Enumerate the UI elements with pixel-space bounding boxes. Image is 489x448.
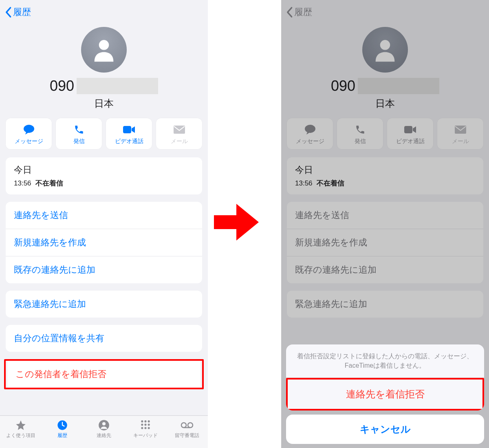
voicemail-icon <box>181 421 194 429</box>
avatar <box>362 27 408 73</box>
mail-button: メール <box>437 118 483 149</box>
action-row: メッセージ 発信 ビデオ通話 メール <box>281 118 489 149</box>
add-existing-row[interactable]: 既存の連絡先に追加 <box>6 256 202 283</box>
emergency-row[interactable]: 緊急連絡先に追加 <box>6 291 202 318</box>
mail-label: メール <box>437 138 483 145</box>
svg-point-0 <box>99 40 109 50</box>
message-label: メッセージ <box>287 138 333 145</box>
emergency-row: 緊急連絡先に追加 <box>287 291 483 318</box>
call-log-card: 今日 13:56 不在着信 <box>287 157 483 194</box>
tab-contacts-label: 連絡先 <box>83 432 125 439</box>
action-sheet-card: 着信拒否設定リストに登録した人からの電話、メッセージ、FaceTimeは着信しま… <box>286 344 484 410</box>
mail-label: メール <box>156 138 202 145</box>
clock-icon <box>57 419 68 431</box>
svg-point-7 <box>141 420 143 422</box>
avatar <box>81 27 127 73</box>
block-caller-row[interactable]: この発信者を着信拒否 <box>7 361 200 388</box>
tab-keypad[interactable]: キーパッド <box>125 419 166 439</box>
phone-screen-right: 履歴 090 日本 メッセージ 発信 ビデオ通話 <box>281 0 489 448</box>
share-contact-row[interactable]: 連絡先を送信 <box>6 202 202 229</box>
log-time: 13:56 <box>295 179 313 187</box>
call-label: 発信 <box>337 138 383 145</box>
call-button[interactable]: 発信 <box>56 118 102 149</box>
create-contact-row: 新規連絡先を作成 <box>287 229 483 256</box>
person-icon <box>90 35 118 64</box>
call-label: 発信 <box>56 138 102 145</box>
person-circle-icon <box>98 419 110 431</box>
tab-voicemail-label: 留守番電話 <box>166 432 208 439</box>
share-location-row[interactable]: 自分の位置情報を共有 <box>6 325 202 352</box>
create-contact-row[interactable]: 新規連絡先を作成 <box>6 229 202 256</box>
country-label: 日本 <box>281 97 489 110</box>
call-button: 発信 <box>337 118 383 149</box>
svg-rect-2 <box>123 126 131 133</box>
block-contact-action[interactable]: 連絡先を着信拒否 <box>288 380 482 409</box>
message-icon <box>304 124 316 135</box>
phone-icon <box>74 124 84 135</box>
tab-recents-label: 履歴 <box>42 432 83 439</box>
svg-point-17 <box>188 423 193 428</box>
contact-header: 090 日本 <box>281 24 489 110</box>
video-button[interactable]: ビデオ通話 <box>106 118 152 149</box>
nav-header: 履歴 <box>281 0 489 24</box>
back-button[interactable]: 履歴 <box>4 6 31 18</box>
svg-rect-3 <box>174 126 185 134</box>
back-label: 履歴 <box>13 6 31 18</box>
phone-screen-left: 履歴 090 日本 メッセージ 発信 ビデオ通話 <box>0 0 208 448</box>
svg-rect-21 <box>404 126 412 133</box>
phone-number-redacted <box>77 78 158 94</box>
svg-point-11 <box>144 424 146 426</box>
message-label: メッセージ <box>6 138 52 145</box>
chevron-left-icon <box>4 7 12 18</box>
video-label: ビデオ通話 <box>387 138 433 145</box>
highlight-box-left: この発信者を着信拒否 <box>4 359 204 389</box>
message-icon <box>23 124 35 135</box>
svg-point-10 <box>141 424 143 426</box>
nav-header: 履歴 <box>0 0 208 24</box>
contact-options-card: 連絡先を送信 新規連絡先を作成 既存の連絡先に追加 <box>6 202 202 283</box>
arrow-icon <box>212 200 261 245</box>
country-label: 日本 <box>0 97 208 110</box>
log-time: 13:56 <box>14 179 31 187</box>
message-button[interactable]: メッセージ <box>6 118 52 149</box>
add-existing-row: 既存の連絡先に追加 <box>287 256 483 283</box>
tab-bar: よく使う項目 履歴 連絡先 キーパッド 留守番電話 <box>0 415 208 448</box>
svg-point-9 <box>148 420 150 422</box>
tab-favorites[interactable]: よく使う項目 <box>0 419 42 439</box>
tab-voicemail[interactable]: 留守番電話 <box>166 419 208 439</box>
phone-icon <box>355 124 366 135</box>
keypad-icon <box>140 419 151 431</box>
sheet-message: 着信拒否設定リストに登録した人からの電話、メッセージ、FaceTimeは着信しま… <box>286 344 484 378</box>
emergency-card: 緊急連絡先に追加 <box>6 291 202 318</box>
svg-point-14 <box>144 427 146 429</box>
log-header: 今日 <box>6 157 202 179</box>
svg-point-6 <box>102 422 106 425</box>
cancel-button[interactable]: キャンセル <box>286 415 484 444</box>
back-label: 履歴 <box>294 6 312 18</box>
call-log-card: 今日 13:56 不在着信 <box>6 157 202 194</box>
svg-point-1 <box>24 125 34 133</box>
log-entry: 13:56 不在着信 <box>6 179 202 194</box>
tab-recents[interactable]: 履歴 <box>42 419 83 439</box>
svg-point-8 <box>144 420 146 422</box>
log-status: 不在着信 <box>35 179 63 187</box>
log-entry: 13:56 不在着信 <box>287 179 483 194</box>
star-icon <box>15 419 26 431</box>
highlight-box-right: 連絡先を着信拒否 <box>286 378 484 410</box>
svg-point-20 <box>305 125 315 133</box>
mail-icon <box>454 125 467 134</box>
share-contact-row: 連絡先を送信 <box>287 202 483 229</box>
tab-favorites-label: よく使う項目 <box>0 432 42 439</box>
video-icon <box>404 125 417 134</box>
location-card: 自分の位置情報を共有 <box>6 325 202 352</box>
emergency-card: 緊急連絡先に追加 <box>287 291 483 318</box>
svg-point-15 <box>148 427 150 429</box>
contact-header: 090 日本 <box>0 24 208 110</box>
tab-contacts[interactable]: 連絡先 <box>83 419 125 439</box>
mail-button: メール <box>156 118 202 149</box>
message-button: メッセージ <box>287 118 333 149</box>
svg-point-13 <box>141 427 143 429</box>
phone-number-prefix: 090 <box>50 77 74 95</box>
svg-point-19 <box>380 40 390 50</box>
svg-rect-22 <box>455 126 466 134</box>
